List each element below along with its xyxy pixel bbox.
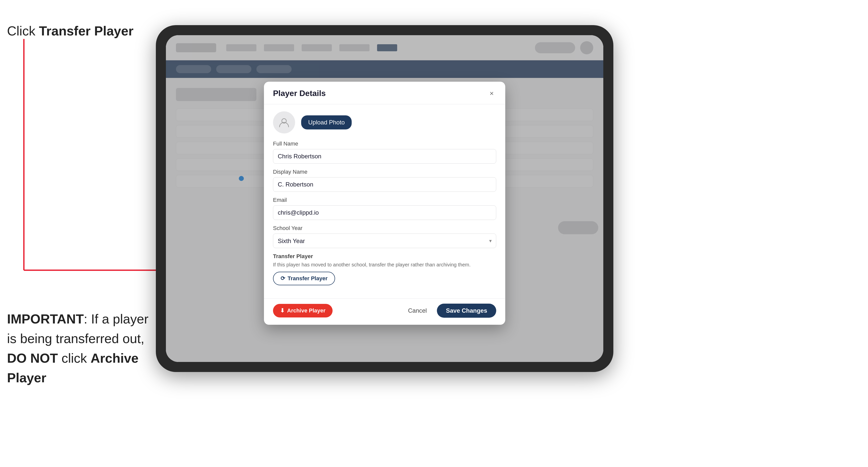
full-name-label: Full Name (273, 141, 496, 147)
display-name-input[interactable] (273, 177, 496, 192)
transfer-player-section-label: Transfer Player (273, 253, 496, 260)
player-details-modal: Player Details × Upload Photo (264, 82, 505, 325)
transfer-player-button-label: Transfer Player (287, 275, 328, 282)
transfer-icon: ⟳ (281, 275, 285, 282)
instruction-bottom-end: click (58, 351, 91, 366)
do-not-label: DO NOT (7, 351, 58, 366)
avatar-upload-row: Upload Photo (273, 111, 496, 133)
modal-title: Player Details (273, 89, 326, 98)
email-input[interactable] (273, 205, 496, 220)
cancel-button[interactable]: Cancel (402, 304, 433, 318)
avatar-placeholder (273, 111, 295, 133)
school-year-select[interactable]: First Year Second Year Third Year Fourth… (273, 234, 496, 248)
modal-footer: ⬇ Archive Player Cancel Save Changes (264, 298, 505, 325)
modal-header: Player Details × (264, 82, 505, 104)
transfer-player-button[interactable]: ⟳ Transfer Player (273, 272, 335, 285)
important-label: IMPORTANT (7, 312, 84, 326)
archive-icon: ⬇ (280, 307, 284, 314)
modal-body: Upload Photo Full Name Display Name Emai… (264, 104, 505, 298)
email-label: Email (273, 197, 496, 203)
transfer-player-section: Transfer Player If this player has moved… (273, 253, 496, 285)
instruction-top-prefix: Click (7, 24, 39, 38)
tablet-frame: Player Details × Upload Photo (156, 25, 613, 372)
display-name-label: Display Name (273, 169, 496, 175)
instruction-top: Click Transfer Player (7, 23, 133, 40)
full-name-field: Full Name (273, 141, 496, 164)
instruction-bottom: IMPORTANT: If a player is being transfer… (7, 309, 153, 387)
school-year-select-wrapper: First Year Second Year Third Year Fourth… (273, 234, 496, 248)
school-year-field: School Year First Year Second Year Third… (273, 225, 496, 248)
instruction-top-bold: Transfer Player (39, 24, 133, 38)
display-name-field: Display Name (273, 169, 496, 192)
upload-photo-button[interactable]: Upload Photo (301, 115, 352, 129)
school-year-label: School Year (273, 225, 496, 231)
tablet-screen: Player Details × Upload Photo (166, 35, 603, 362)
archive-player-button[interactable]: ⬇ Archive Player (273, 304, 333, 317)
save-changes-button[interactable]: Save Changes (437, 304, 496, 318)
transfer-player-description: If this player has moved to another scho… (273, 261, 496, 268)
modal-close-button[interactable]: × (487, 89, 496, 98)
full-name-input[interactable] (273, 149, 496, 164)
email-field: Email (273, 197, 496, 220)
archive-player-button-label: Archive Player (287, 307, 326, 314)
